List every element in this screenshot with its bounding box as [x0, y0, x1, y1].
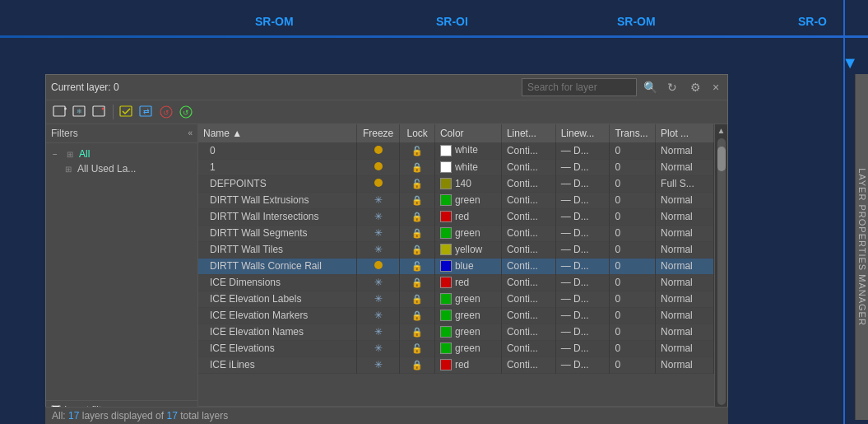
cell-linetype[interactable]: Conti... [501, 274, 555, 291]
cell-lock[interactable]: 🔒 [400, 291, 435, 307]
match-layer-button[interactable]: ⇄ [137, 103, 155, 121]
cell-color[interactable]: green [434, 324, 501, 340]
cell-color[interactable]: green [434, 225, 501, 241]
cell-plot[interactable]: Normal [656, 159, 714, 175]
table-row[interactable]: ICE Dimensions✳🔒redConti...— D...0Normal [198, 274, 714, 291]
table-row[interactable]: DIRTT Wall Tiles✳🔒yellowConti...— D...0N… [198, 241, 714, 258]
cell-lineweight[interactable]: — D... [555, 307, 610, 324]
cell-plot[interactable]: Normal [656, 241, 714, 258]
cell-linetype[interactable]: Conti... [501, 340, 555, 356]
cell-plot[interactable]: Normal [656, 356, 714, 373]
new-layer-frozen-button[interactable]: ❄ [71, 103, 89, 121]
close-button[interactable]: × [709, 81, 722, 94]
cell-linetype[interactable]: Conti... [501, 159, 555, 175]
col-header-lineweight[interactable]: Linew... [555, 124, 610, 142]
cell-transparency[interactable]: 0 [610, 307, 656, 324]
cell-color[interactable]: green [434, 291, 501, 307]
cell-color[interactable]: green [434, 340, 501, 356]
cell-transparency[interactable]: 0 [610, 159, 656, 175]
cell-linetype[interactable]: Conti... [501, 258, 555, 274]
filter-item-all[interactable]: − ⊞ All [49, 147, 194, 161]
search-button[interactable]: 🔍 [642, 79, 658, 96]
cell-lock[interactable]: 🔒 [400, 356, 435, 373]
cell-freeze[interactable]: ✳ [356, 241, 400, 258]
cell-transparency[interactable]: 0 [610, 241, 656, 258]
cell-freeze[interactable]: ✳ [356, 192, 400, 208]
cell-transparency[interactable]: 0 [610, 258, 656, 274]
cell-color[interactable]: green [434, 192, 501, 208]
cell-lineweight[interactable]: — D... [555, 175, 610, 192]
table-row[interactable]: ICE Elevation Labels✳🔒greenConti...— D..… [198, 291, 714, 307]
cell-lock[interactable]: 🔒 [400, 307, 435, 324]
cell-freeze[interactable]: ✳ [356, 324, 400, 340]
cell-plot[interactable]: Normal [656, 258, 714, 274]
cell-lineweight[interactable]: — D... [555, 291, 610, 307]
table-row[interactable]: DIRTT Wall Extrusions✳🔒greenConti...— D.… [198, 192, 714, 208]
table-row[interactable]: 1🔒whiteConti...— D...0Normal [198, 159, 714, 175]
cell-lock[interactable]: 🔒 [400, 274, 435, 291]
cell-linetype[interactable]: Conti... [501, 356, 555, 373]
cell-transparency[interactable]: 0 [610, 225, 656, 241]
cell-linetype[interactable]: Conti... [501, 192, 555, 208]
cell-lock[interactable]: 🔓 [400, 258, 435, 274]
cell-lineweight[interactable]: — D... [555, 258, 610, 274]
cell-freeze[interactable]: ✳ [356, 225, 400, 241]
cell-freeze[interactable]: ✳ [356, 291, 400, 307]
cell-plot[interactable]: Normal [656, 324, 714, 340]
cell-lock[interactable]: 🔒 [400, 192, 435, 208]
cell-freeze[interactable]: ✳ [356, 208, 400, 225]
cell-color[interactable]: red [434, 208, 501, 225]
new-layer-button[interactable] [51, 103, 69, 121]
cell-plot[interactable]: Normal [656, 291, 714, 307]
delete-layer-button[interactable] [91, 103, 109, 121]
col-header-lock[interactable]: Lock [400, 124, 435, 142]
cell-transparency[interactable]: 0 [610, 324, 656, 340]
cell-plot[interactable]: Normal [656, 274, 714, 291]
cell-lineweight[interactable]: — D... [555, 192, 610, 208]
cell-color[interactable]: green [434, 307, 501, 324]
col-header-color[interactable]: Color [434, 124, 501, 142]
cell-lock[interactable]: 🔒 [400, 225, 435, 241]
cell-lineweight[interactable]: — D... [555, 274, 610, 291]
col-header-transparency[interactable]: Trans... [610, 124, 656, 142]
cell-lineweight[interactable]: — D... [555, 241, 610, 258]
cell-lineweight[interactable]: — D... [555, 356, 610, 373]
cell-plot[interactable]: Normal [656, 142, 714, 159]
cell-freeze[interactable] [356, 142, 400, 159]
col-header-linetype[interactable]: Linet... [501, 124, 555, 142]
cell-lock[interactable]: 🔓 [400, 340, 435, 356]
cell-transparency[interactable]: 0 [610, 291, 656, 307]
cell-freeze[interactable]: ✳ [356, 340, 400, 356]
cell-color[interactable]: white [434, 159, 501, 175]
cell-plot[interactable]: Normal [656, 340, 714, 356]
table-row[interactable]: ICE iLines✳🔒redConti...— D...0Normal [198, 356, 714, 373]
cell-linetype[interactable]: Conti... [501, 307, 555, 324]
cell-transparency[interactable]: 0 [610, 208, 656, 225]
filters-collapse-button[interactable]: « [188, 129, 193, 137]
cell-transparency[interactable]: 0 [610, 356, 656, 373]
cell-color[interactable]: yellow [434, 241, 501, 258]
search-input[interactable] [522, 78, 637, 96]
table-row[interactable]: 0🔓whiteConti...— D...0Normal [198, 142, 714, 159]
cell-freeze[interactable] [356, 258, 400, 274]
cell-color[interactable]: red [434, 356, 501, 373]
cell-plot[interactable]: Normal [656, 225, 714, 241]
cell-linetype[interactable]: Conti... [501, 208, 555, 225]
scroll-up-button[interactable]: ▲ [716, 124, 727, 137]
cell-transparency[interactable]: 0 [610, 340, 656, 356]
col-header-plot[interactable]: Plot ... [656, 124, 714, 142]
cell-lock[interactable]: 🔒 [400, 208, 435, 225]
table-row[interactable]: ICE Elevation Names✳🔒greenConti...— D...… [198, 324, 714, 340]
refresh-button[interactable]: ↻ [663, 78, 681, 96]
cell-freeze[interactable] [356, 175, 400, 192]
cell-lock[interactable]: 🔒 [400, 241, 435, 258]
col-header-freeze[interactable]: Freeze [356, 124, 400, 142]
previous-layer-button[interactable]: ↺ [157, 103, 175, 121]
settings-button[interactable]: ⚙ [686, 78, 704, 96]
layer-state-button[interactable] [118, 103, 136, 121]
table-row[interactable]: ICE Elevation Markers✳🔒greenConti...— D.… [198, 307, 714, 324]
cell-plot[interactable]: Normal [656, 307, 714, 324]
cell-linetype[interactable]: Conti... [501, 291, 555, 307]
cell-transparency[interactable]: 0 [610, 274, 656, 291]
cell-lock[interactable]: 🔓 [400, 175, 435, 192]
